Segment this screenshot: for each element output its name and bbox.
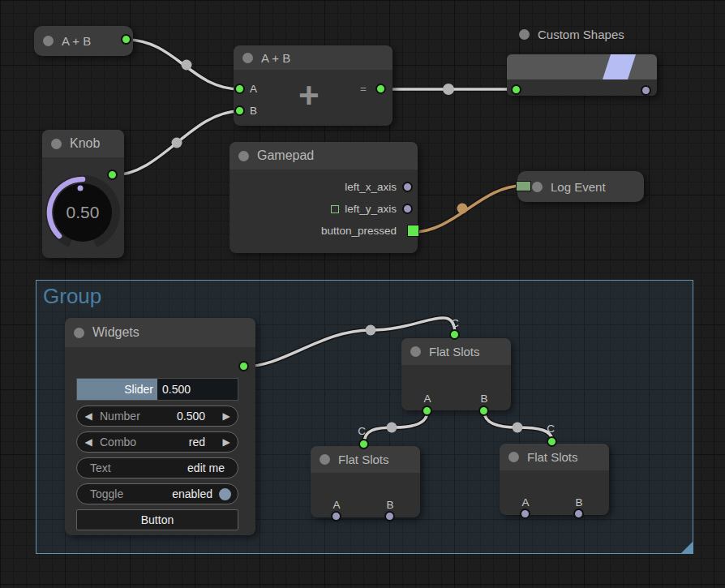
input-label-b: B: [250, 105, 257, 117]
number-value[interactable]: 0.500: [177, 410, 215, 423]
input-label-c: C: [447, 317, 463, 329]
node-title: A + B: [261, 51, 290, 65]
node-title: Flat Slots: [429, 345, 480, 358]
output-label-b: B: [571, 496, 587, 509]
knob-value: 0.50: [66, 203, 100, 221]
collapse-toggle-icon[interactable]: [320, 454, 330, 465]
wire-dot: [457, 204, 468, 214]
group-resize-handle[interactable]: [681, 542, 693, 553]
text-value[interactable]: edit me: [187, 461, 238, 474]
input-port-c[interactable]: [449, 329, 460, 340]
node-custom-shapes[interactable]: Custom Shapes: [507, 54, 657, 96]
output-label-left-y-axis: left_y_axis: [345, 203, 397, 215]
output-port-a[interactable]: [422, 406, 432, 416]
group-title[interactable]: Group: [36, 281, 693, 309]
output-port[interactable]: [121, 34, 131, 45]
increment-arrow-icon[interactable]: ▶: [215, 410, 238, 422]
node-title: Gamepad: [257, 148, 314, 163]
output-port[interactable]: [641, 85, 651, 96]
wire-addcollapsed-to-addA[interactable]: [127, 40, 240, 89]
input-port-a[interactable]: [234, 84, 245, 94]
collapse-toggle-icon[interactable]: [519, 29, 530, 40]
output-port-b[interactable]: [384, 511, 395, 521]
wire-dot: [443, 84, 454, 95]
prev-option-arrow-icon[interactable]: ◀: [77, 436, 100, 448]
input-port-b[interactable]: [234, 105, 245, 116]
node-flat-slots-right[interactable]: Flat Slots C A B: [500, 444, 609, 515]
decrement-arrow-icon[interactable]: ◀: [77, 410, 100, 422]
node-flat-slots-mid[interactable]: Flat Slots C A B: [401, 338, 511, 410]
input-port[interactable]: [511, 84, 521, 95]
input-label-c: C: [354, 425, 370, 437]
node-title: Custom Shapes: [538, 28, 624, 41]
output-port-a[interactable]: [520, 509, 530, 519]
collapse-toggle-icon[interactable]: [242, 53, 253, 63]
collapse-toggle-icon[interactable]: [532, 182, 543, 192]
output-label-button-pressed: button_pressed: [321, 225, 397, 237]
collapse-toggle-icon[interactable]: [508, 452, 519, 462]
output-label-b: B: [476, 393, 492, 405]
toggle-value: enabled: [172, 487, 212, 500]
input-label-a: A: [250, 83, 257, 95]
node-gamepad[interactable]: Gamepad left_x_axis left_y_axis button_p…: [230, 142, 418, 253]
node-graph-canvas[interactable]: Group: [0, 0, 725, 588]
toggle-label: Toggle: [77, 487, 172, 500]
output-port[interactable]: [238, 361, 249, 371]
node-add-collapsed[interactable]: A + B: [34, 26, 133, 56]
next-option-arrow-icon[interactable]: ▶: [215, 436, 238, 448]
collapse-toggle-icon[interactable]: [410, 346, 421, 357]
output-label-a: A: [517, 496, 534, 509]
slider-fill: Slider: [77, 379, 157, 400]
knob-dial[interactable]: 0.50: [42, 157, 124, 258]
collapse-toggle-icon[interactable]: [43, 36, 54, 46]
node-widgets[interactable]: Widgets Slider 0.500 ◀ Number 0.500 ▶ ◀ …: [65, 318, 255, 535]
node-title: A + B: [62, 34, 91, 48]
input-label-c: C: [543, 423, 559, 435]
button-label: Button: [141, 513, 174, 526]
event-input-port[interactable]: [516, 181, 531, 191]
output-label-a: A: [419, 393, 435, 405]
number-widget[interactable]: ◀ Number 0.500 ▶: [76, 406, 238, 427]
node-knob[interactable]: Knob 0.50: [42, 130, 124, 258]
collapse-toggle-icon[interactable]: [238, 151, 249, 161]
slider-label: Slider: [124, 383, 153, 396]
output-label-equals: =: [360, 83, 367, 95]
output-label-left-x-axis: left_x_axis: [345, 181, 397, 193]
input-port-c[interactable]: [358, 439, 369, 449]
output-label-a: A: [328, 499, 345, 511]
toggle-knob-icon[interactable]: [219, 488, 231, 500]
output-port[interactable]: [375, 84, 386, 94]
wire-dot: [172, 138, 182, 148]
button-widget[interactable]: Button: [76, 509, 238, 530]
collapse-toggle-icon[interactable]: [74, 328, 84, 338]
node-flat-slots-left[interactable]: Flat Slots C A B: [311, 446, 420, 517]
wire-gamepad-to-logevent[interactable]: [414, 186, 522, 232]
output-port-b[interactable]: [573, 509, 584, 519]
plus-icon: +: [298, 75, 320, 116]
wire-add-to-customshapes[interactable]: [381, 84, 517, 95]
node-title: Widgets: [92, 325, 139, 340]
wire-knob-to-addB[interactable]: [113, 111, 240, 175]
combo-value[interactable]: red: [189, 436, 215, 449]
node-title: Log Event: [551, 180, 606, 194]
input-port-c[interactable]: [547, 436, 557, 447]
output-port-button-pressed[interactable]: [407, 225, 419, 237]
text-widget[interactable]: Text edit me: [76, 457, 238, 479]
text-label: Text: [77, 461, 187, 474]
slider-widget[interactable]: Slider 0.500: [76, 378, 238, 401]
combo-widget[interactable]: ◀ Combo red ▶: [76, 431, 238, 453]
toggle-widget[interactable]: Toggle enabled: [76, 483, 238, 504]
output-port-a[interactable]: [331, 511, 341, 521]
wire-dot: [182, 60, 192, 71]
output-port-left-y-axis[interactable]: [402, 204, 413, 214]
number-label: Number: [100, 410, 177, 423]
collapse-toggle-icon[interactable]: [51, 139, 62, 149]
node-title: Flat Slots: [338, 453, 389, 466]
node-title: Knob: [70, 136, 100, 151]
graph-toggle-icon[interactable]: [331, 205, 339, 213]
output-port-left-x-axis[interactable]: [402, 182, 413, 192]
output-port-b[interactable]: [478, 406, 489, 416]
node-log-event[interactable]: Log Event: [517, 171, 644, 202]
node-add[interactable]: A + B A B + =: [234, 45, 393, 126]
output-label-b: B: [382, 499, 398, 511]
